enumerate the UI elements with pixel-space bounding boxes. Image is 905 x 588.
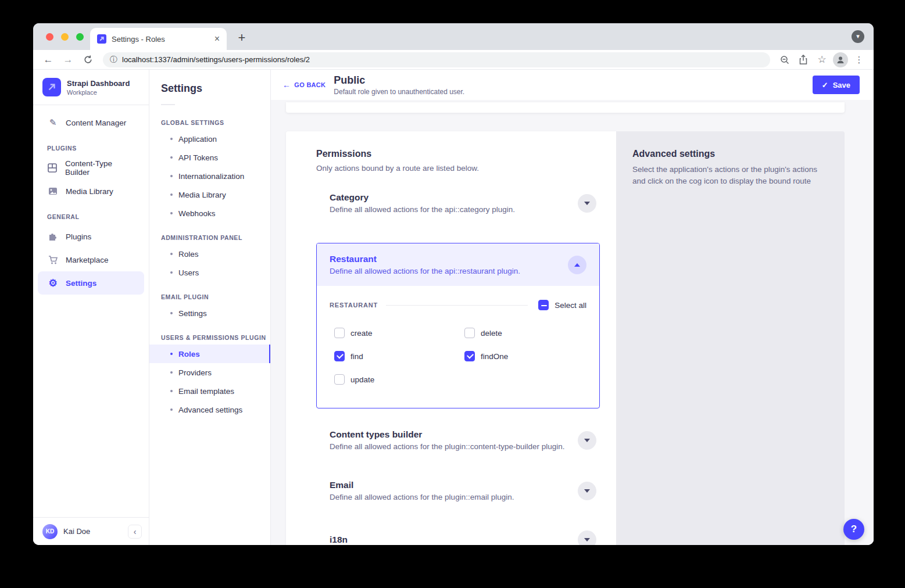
zoom-out-icon[interactable] (777, 52, 792, 67)
bookmark-star-icon[interactable]: ☆ (814, 52, 829, 67)
url-bar[interactable]: ⓘ localhost:1337/admin/settings/users-pe… (103, 52, 770, 67)
group-label: RESTAURANT (330, 302, 378, 309)
subnav-item-application[interactable]: Application (149, 130, 270, 148)
expand-button[interactable] (578, 194, 596, 213)
subnav-item-internationalization[interactable]: Internationalization (149, 167, 270, 185)
help-button[interactable]: ? (843, 519, 864, 540)
select-all-checkbox[interactable] (538, 300, 549, 310)
browser-profile-icon[interactable] (833, 52, 848, 67)
role-header: ← GO BACK Public Default role given to u… (271, 70, 874, 100)
subnav-item-email-templates[interactable]: Email templates (149, 382, 270, 400)
permissions-title: Permissions (316, 149, 600, 159)
accordion-description: Define all allowed actions for the api::… (330, 267, 568, 275)
permission-delete[interactable]: delete (464, 328, 586, 338)
sidebar-item-settings[interactable]: ⚙ Settings (38, 271, 144, 295)
user-name: Kai Doe (63, 527, 122, 536)
page-title: Public (334, 74, 464, 87)
permission-findone[interactable]: findOne (464, 351, 586, 361)
tab-search-chevron-icon[interactable]: ▾ (852, 30, 864, 43)
subnav-item-admin-roles[interactable]: Roles (149, 245, 270, 263)
browser-window: Settings - Roles × + ▾ ← → ⓘ localhost:1… (33, 23, 874, 545)
back-arrow-icon: ← (282, 80, 291, 89)
bullet-icon (170, 390, 173, 392)
sidebar-item-label: Content-Type Builder (65, 159, 135, 177)
share-icon[interactable] (796, 52, 811, 67)
select-all-control[interactable]: Select all (538, 300, 586, 310)
permission-update[interactable]: update (334, 374, 464, 385)
bullet-icon (170, 253, 173, 255)
sidebar-item-media-library[interactable]: Media Library (38, 180, 144, 203)
collapse-sidebar-icon[interactable]: ‹ (128, 525, 142, 539)
browser-menu-icon[interactable]: ⋮ (852, 52, 867, 67)
url-text: localhost:1337/admin/settings/users-perm… (122, 55, 310, 64)
subnav-item-admin-users[interactable]: Users (149, 263, 270, 282)
subnav-item-media-library[interactable]: Media Library (149, 185, 270, 204)
subnav-item-api-tokens[interactable]: API Tokens (149, 148, 270, 167)
subnav-item-up-roles[interactable]: Roles (149, 345, 270, 363)
accordion-content-types-builder[interactable]: Content types builder Define all allowed… (316, 429, 600, 451)
accordion-title: Email (330, 480, 578, 490)
save-label: Save (833, 81, 850, 89)
permission-find[interactable]: find (334, 351, 464, 361)
sidebar-item-label: Media Library (66, 187, 113, 196)
sidebar-item-content-type-builder[interactable]: Content-Type Builder (38, 156, 144, 180)
go-back-link[interactable]: ← GO BACK (282, 80, 325, 89)
subnav-item-providers[interactable]: Providers (149, 363, 270, 382)
sidebar-item-label: Marketplace (66, 256, 109, 264)
sidebar-item-plugins[interactable]: Plugins (38, 225, 144, 248)
sidebar-item-marketplace[interactable]: Marketplace (38, 248, 144, 271)
permissions-subtitle: Only actions bound by a route are listed… (316, 164, 600, 173)
permission-create[interactable]: create (334, 328, 464, 338)
subnav-item-webhooks[interactable]: Webhooks (149, 204, 270, 223)
chevron-down-icon (584, 538, 590, 542)
checkbox[interactable] (334, 328, 345, 338)
permission-checkbox-grid: create delete find (330, 328, 586, 385)
forward-icon[interactable]: → (60, 52, 76, 68)
bullet-icon (170, 371, 173, 374)
permissions-layout: Permissions Only actions bound by a rout… (286, 131, 845, 545)
subnav-title: Settings (149, 83, 270, 95)
close-window-button[interactable] (46, 33, 53, 41)
collapse-button[interactable] (568, 256, 586, 274)
puzzle-icon (47, 232, 59, 242)
browser-tab[interactable]: Settings - Roles × (90, 28, 227, 50)
role-details-card-partial (286, 102, 845, 113)
expand-button[interactable] (578, 530, 596, 545)
browser-toolbar: ← → ⓘ localhost:1337/admin/settings/user… (33, 50, 874, 70)
expand-button[interactable] (578, 482, 596, 500)
user-avatar[interactable]: KD (42, 524, 58, 539)
checkbox-label: update (350, 375, 374, 384)
accordion-restaurant-expanded: Restaurant Define all allowed actions fo… (316, 243, 600, 408)
bullet-icon (170, 212, 173, 214)
new-tab-button[interactable]: + (234, 30, 250, 46)
expand-button[interactable] (578, 431, 596, 450)
subnav-item-advanced-settings[interactable]: Advanced settings (149, 400, 270, 419)
accordion-category[interactable]: Category Define all allowed actions for … (316, 192, 600, 214)
save-button[interactable]: ✓ Save (813, 76, 860, 94)
accordion-restaurant-header[interactable]: Restaurant Define all allowed actions fo… (317, 243, 599, 286)
chevron-up-icon (574, 263, 580, 267)
workspace-brand[interactable]: Strapi Dashboard Workplace (33, 70, 149, 105)
layout-grid-icon (47, 163, 58, 173)
accordion-email[interactable]: Email Define all allowed actions for the… (316, 480, 600, 501)
bullet-icon (170, 353, 173, 355)
tab-strip: Settings - Roles × + ▾ (33, 23, 874, 50)
subnav-group-global-settings: GLOBAL SETTINGS (149, 107, 270, 130)
checkbox[interactable] (334, 351, 345, 361)
checkbox[interactable] (334, 374, 345, 385)
subnav-item-email-settings[interactable]: Settings (149, 304, 270, 322)
minimize-window-button[interactable] (61, 33, 69, 41)
checkbox[interactable] (464, 328, 475, 338)
tab-close-icon[interactable]: × (214, 34, 220, 44)
sidebar-item-content-manager[interactable]: ✎ Content Manager (38, 111, 144, 134)
advanced-settings-panel: Advanced settings Select the application… (616, 131, 845, 545)
accordion-description: Define all allowed actions for the api::… (330, 205, 578, 214)
divider (161, 104, 175, 105)
fullscreen-window-button[interactable] (76, 33, 84, 41)
accordion-i18n[interactable]: i18n (316, 530, 600, 545)
checkbox[interactable] (464, 351, 475, 361)
reload-icon[interactable] (80, 52, 96, 68)
site-info-icon[interactable]: ⓘ (110, 55, 117, 65)
advanced-settings-title: Advanced settings (632, 149, 828, 159)
back-icon[interactable]: ← (40, 52, 56, 68)
